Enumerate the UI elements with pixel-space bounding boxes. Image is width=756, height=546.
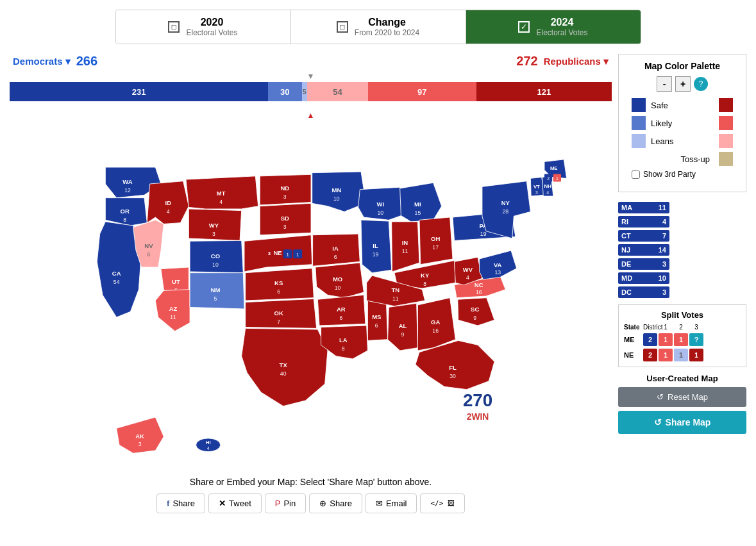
svg-text:2: 2: [547, 176, 550, 181]
small-state-row-ma: MA 11: [618, 202, 746, 213]
split-ne-state-val[interactable]: 2: [643, 349, 657, 361]
split-ne-d1-val[interactable]: 1: [659, 349, 673, 361]
state-ma-val: 11: [659, 204, 666, 211]
svg-text:MI: MI: [414, 201, 421, 208]
split-d2-header: 2: [674, 324, 688, 331]
pinterest-icon: P: [275, 499, 281, 508]
email-share-label: Email: [386, 499, 407, 508]
split-d3-header: 3: [689, 324, 703, 331]
svg-text:GA: GA: [430, 318, 439, 326]
svg-text:VT: VT: [533, 184, 539, 190]
tab-2020[interactable]: □ 2020 Electoral Votes: [116, 10, 291, 44]
svg-text:SC: SC: [471, 306, 479, 313]
state-ri-val: 4: [662, 218, 666, 226]
tab-change[interactable]: □ Change From 2020 to 2024: [291, 10, 466, 44]
state-box-ri[interactable]: RI 4: [618, 216, 669, 228]
state-box-nj[interactable]: NJ 14: [618, 244, 669, 256]
state-box-md[interactable]: MD 10: [618, 272, 669, 284]
svg-text:8: 8: [123, 217, 126, 223]
main-layout: Democrats ▾ 266 272 Republicans ▾ ▼ 231 …: [0, 54, 756, 523]
split-ne-d2-val[interactable]: 1: [674, 349, 688, 361]
legend-leans: Leans: [625, 134, 739, 148]
split-me-state-val[interactable]: 2: [643, 333, 657, 346]
svg-text:LA: LA: [339, 336, 347, 343]
facebook-share-button[interactable]: f Share: [156, 493, 205, 513]
state-md-val: 10: [659, 274, 666, 282]
small-state-row-nj: NJ 14: [618, 244, 746, 256]
split-me-d1-val[interactable]: 1: [659, 333, 673, 346]
svg-text:30: 30: [449, 373, 456, 379]
embed-button[interactable]: </> 🖼: [420, 493, 465, 513]
share-icon: ↺: [654, 417, 662, 427]
svg-text:TX: TX: [279, 361, 287, 368]
svg-text:10: 10: [333, 195, 340, 202]
svg-text:TN: TN: [391, 286, 399, 294]
split-me-help[interactable]: ?: [689, 333, 703, 346]
state-box-de[interactable]: DE 3: [618, 258, 669, 270]
svg-text:7: 7: [277, 318, 280, 325]
svg-text:3: 3: [535, 190, 537, 195]
svg-text:8: 8: [341, 345, 344, 352]
svg-text:270: 270: [462, 390, 492, 410]
state-in[interactable]: [391, 222, 419, 272]
leans-dem-box: [632, 134, 646, 148]
bar-likely-rep: 97: [368, 82, 476, 101]
tossup-label: Toss-up: [632, 154, 714, 164]
palette-help-button[interactable]: ?: [694, 77, 708, 91]
svg-text:1: 1: [286, 252, 289, 258]
svg-text:5: 5: [214, 295, 217, 302]
show-3rd-party[interactable]: Show 3rd Party: [625, 170, 739, 179]
user-map-section: User-Created Map ↺ Reset Map ↺ Share Map: [618, 374, 746, 434]
tab-2020-checkbox: □: [168, 21, 180, 33]
tab-2024[interactable]: ✓ 2024 Electoral Votes: [466, 10, 641, 44]
small-state-row-ri: RI 4: [618, 216, 746, 228]
social-share-button[interactable]: ⊕ Share: [309, 493, 362, 513]
svg-text:MS: MS: [372, 313, 381, 320]
svg-text:4: 4: [546, 190, 549, 195]
share-map-label: Share Map: [666, 417, 711, 427]
svg-text:HI: HI: [205, 440, 210, 445]
pinterest-share-button[interactable]: P Pin: [265, 493, 306, 513]
split-votes-title: Split Votes: [624, 310, 741, 320]
email-share-button[interactable]: ✉ Email: [365, 493, 417, 513]
bar-leans-dem: 5: [302, 82, 308, 101]
twitter-share-button[interactable]: ✕ Tweet: [208, 493, 262, 513]
rep-label[interactable]: Republicans ▾: [544, 56, 609, 67]
palette-plus-button[interactable]: +: [675, 76, 691, 92]
state-box-ma[interactable]: MA 11: [618, 202, 669, 213]
share-map-button[interactable]: ↺ Share Map: [618, 411, 746, 434]
svg-text:3: 3: [283, 224, 286, 230]
show-3rd-party-checkbox[interactable]: [632, 170, 640, 179]
state-de-val: 3: [662, 260, 666, 268]
svg-text:3: 3: [212, 231, 215, 237]
state-box-dc[interactable]: DC 3: [618, 286, 669, 298]
tab-2024-checkbox: ✓: [518, 21, 530, 33]
palette-minus-button[interactable]: -: [657, 76, 672, 92]
svg-text:ID: ID: [165, 199, 171, 206]
svg-text:4: 4: [206, 446, 209, 451]
svg-text:MO: MO: [332, 276, 342, 283]
svg-text:MN: MN: [332, 186, 341, 194]
reset-map-button[interactable]: ↺ Reset Map: [618, 387, 746, 407]
twitter-share-label: Tweet: [229, 499, 251, 508]
split-ne-d3-val[interactable]: 1: [689, 349, 703, 361]
svg-text:AK: AK: [135, 433, 144, 440]
svg-text:WA: WA: [122, 178, 132, 185]
tab-change-checkbox: □: [337, 21, 348, 33]
state-dc-val: 3: [662, 288, 666, 296]
split-district-headers: District 1 2 3: [643, 324, 703, 331]
state-box-ct[interactable]: CT 7: [618, 230, 669, 242]
embed-icon: </> 🖼: [430, 499, 455, 508]
share-circle-icon: ⊕: [319, 499, 326, 508]
palette-controls: - + ?: [625, 76, 739, 92]
svg-text:10: 10: [334, 285, 340, 291]
svg-text:9: 9: [473, 315, 476, 321]
reset-map-label: Reset Map: [668, 392, 708, 402]
likely-dem-box: [632, 116, 646, 130]
svg-text:11: 11: [401, 248, 408, 254]
svg-text:28: 28: [502, 208, 508, 215]
split-me-d2-val[interactable]: 1: [674, 333, 688, 346]
dem-label[interactable]: Democrats ▾: [13, 56, 71, 67]
tab-2020-subtitle: Electoral Votes: [186, 28, 237, 37]
svg-text:MT: MT: [216, 190, 225, 197]
